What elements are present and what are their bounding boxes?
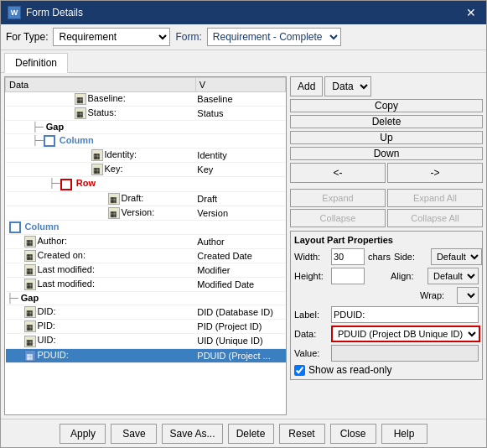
row-value: Draft [195, 191, 285, 206]
table-row[interactable]: ▦Baseline: Baseline [6, 92, 286, 107]
table-row[interactable]: ├─ Gap [6, 292, 286, 305]
table-row[interactable]: ▦Identity: Identity [6, 148, 286, 163]
readonly-checkbox[interactable] [294, 365, 305, 376]
expand-collapse-panel: Expand Expand All Collapse Collapse All [290, 189, 483, 227]
row-label: Draft: [122, 193, 144, 203]
bottom-bar: Apply Save Save As... Delete Reset Close… [1, 419, 486, 447]
label-input[interactable] [331, 306, 479, 323]
row-label: Baseline: [88, 93, 126, 103]
table-row[interactable]: ▦Last modified: Modified Date [6, 278, 286, 292]
table-row[interactable]: ▦Version: Version [6, 206, 286, 220]
table-row[interactable]: ├─ Row [6, 177, 286, 191]
add-button[interactable]: Add [290, 76, 323, 96]
row-icon [60, 179, 72, 190]
data-select[interactable]: PDUID (Project DB Unique ID) [331, 326, 480, 342]
table-row[interactable]: ▦UID: UID (Unique ID) [6, 334, 286, 348]
delete-button[interactable]: Delete [228, 424, 274, 444]
table-row[interactable]: Column [6, 220, 286, 234]
height-input[interactable] [331, 268, 365, 284]
expand-all-button[interactable]: Expand All [387, 189, 483, 207]
row-label: Key: [105, 164, 123, 174]
label-row: Label: [294, 306, 479, 323]
down-button[interactable]: Down [290, 147, 483, 160]
layout-part-props: Layout Part Properties Width: chars Side… [290, 231, 483, 380]
wrap-label: Wrap: [420, 290, 453, 300]
field-icon: ▦ [24, 350, 36, 362]
form-select[interactable]: Requirement - Complete [207, 28, 341, 46]
action-buttons-panel: Add Data Copy Delete Up Down <- -> Expan… [290, 76, 483, 227]
field-icon: ▦ [24, 264, 36, 276]
app-icon: W [8, 6, 21, 19]
field-icon: ▦ [24, 336, 36, 347]
add-row: Add Data [290, 76, 483, 96]
for-type-select[interactable]: Requirement [53, 28, 170, 46]
row-value: PDUID (Project ... [195, 348, 285, 362]
side-select[interactable]: Default [431, 248, 482, 265]
row-label: PID: [38, 320, 55, 331]
for-type-bar: For Type: Requirement Form: Requirement … [1, 24, 486, 50]
row-value: DID (Database ID) [195, 305, 285, 320]
col-header-data: Data [6, 78, 196, 92]
data-dropdown[interactable]: Data [324, 76, 371, 96]
table-row[interactable]: ├─ Gap [6, 121, 286, 134]
row-label: Status: [88, 107, 117, 117]
table-row-selected[interactable]: ▦PDUID: PDUID (Project ... [6, 348, 286, 362]
row-value: Created Date [195, 248, 285, 263]
table-row[interactable]: ▦Key: Key [6, 163, 286, 177]
help-button[interactable]: Help [381, 424, 427, 444]
value-row: Value: [294, 345, 479, 362]
table-row[interactable]: ▦Draft: Draft [6, 191, 286, 206]
table-row[interactable]: ▦PID: PID (Project ID) [6, 320, 286, 334]
readonly-label: Show as read-only [308, 364, 391, 376]
collapse-all-button[interactable]: Collapse All [387, 209, 483, 227]
table-row[interactable]: ▦Created on: Created Date [6, 248, 286, 263]
wrap-select[interactable] [457, 287, 479, 304]
delete-button[interactable]: Delete [290, 115, 483, 128]
field-icon: ▦ [24, 250, 36, 262]
forward-button[interactable]: -> [387, 163, 483, 183]
readonly-checkbox-row: Show as read-only [294, 364, 479, 376]
table-row[interactable]: ▦Author: Author [6, 234, 286, 248]
row-value: Version [195, 206, 285, 220]
align-label: Align: [391, 271, 424, 281]
table-row[interactable]: ▦DID: DID (Database ID) [6, 305, 286, 320]
back-button[interactable]: <- [290, 163, 386, 183]
layout-part-title: Layout Part Properties [294, 235, 479, 245]
wrap-row: Wrap: [294, 287, 479, 304]
data-label: Data: [294, 329, 328, 339]
row-label: Column [57, 135, 94, 145]
reset-button[interactable]: Reset [279, 424, 325, 444]
collapse-button[interactable]: Collapse [290, 209, 386, 227]
table-row[interactable]: ├─ Column [6, 134, 286, 148]
value-input[interactable] [331, 345, 479, 362]
tab-bar: Definition [1, 50, 486, 73]
left-panel: Data V ▦Baseline: Baseline ▦Status: Stat… [4, 76, 287, 415]
align-select[interactable]: Default [427, 268, 479, 284]
label-label: Label: [294, 310, 328, 320]
field-icon: ▦ [108, 193, 120, 205]
row-label: UID: [38, 335, 56, 345]
save-as-button[interactable]: Save As... [162, 424, 222, 444]
window-close-button[interactable]: ✕ [463, 6, 479, 19]
row-value: UID (Unique ID) [195, 334, 285, 348]
title-bar: W Form Details ✕ [1, 1, 486, 24]
table-row[interactable]: ▦Last modified: Modifier [6, 263, 286, 278]
table-row[interactable]: ▦Status: Status [6, 107, 286, 121]
apply-button[interactable]: Apply [60, 424, 106, 444]
row-value: Identity [195, 148, 285, 163]
tab-definition[interactable]: Definition [4, 53, 68, 73]
expand-button[interactable]: Expand [290, 189, 386, 207]
row-value: Modifier [195, 263, 285, 278]
row-value: Status [195, 107, 285, 121]
row-label: Version: [122, 207, 155, 217]
width-input[interactable] [331, 248, 365, 265]
close-button[interactable]: Close [330, 424, 376, 444]
up-button[interactable]: Up [290, 131, 483, 144]
save-button[interactable]: Save [111, 424, 157, 444]
form-label: Form: [175, 31, 201, 43]
copy-button[interactable]: Copy [290, 99, 483, 112]
side-label: Side: [394, 252, 427, 262]
main-content: Data V ▦Baseline: Baseline ▦Status: Stat… [1, 73, 486, 419]
row-label: Author: [38, 236, 67, 246]
field-icon: ▦ [24, 306, 36, 318]
